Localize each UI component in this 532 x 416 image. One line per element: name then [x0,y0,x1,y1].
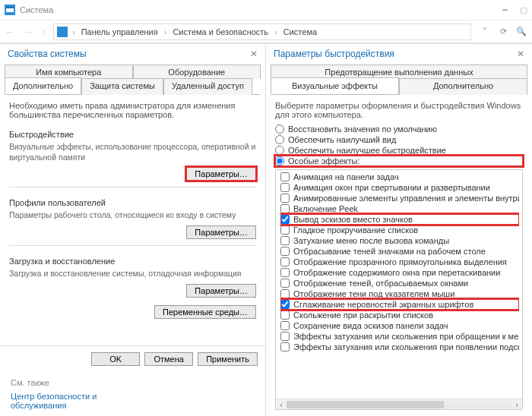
system-icon [5,5,15,15]
tab-system-protection[interactable]: Защита системы [81,78,163,95]
check-label-6: Затухание меню после вызова команды [293,236,449,245]
scroll-right-button[interactable]: › [511,400,522,409]
check-input-10[interactable] [280,279,290,288]
check-input-13[interactable] [280,310,290,320]
user-profiles-group: Профили пользователей Параметры рабочего… [9,195,256,241]
check-input-6[interactable] [280,236,290,245]
visual-effects-list-scroll[interactable]: Анимация на панели задачАнимация окон пр… [280,172,519,408]
check-row-6[interactable]: Затухание меню после вызова команды [280,235,519,246]
check-row-13[interactable]: Скольжение при раскрытии списков [280,310,519,320]
radio-label-2: Обеспечить наилучшее быстродействие [288,146,446,155]
check-input-9[interactable] [280,268,290,277]
check-input-8[interactable] [280,257,290,266]
check-row-14[interactable]: Сохранение вида эскизов панели задач [280,320,519,331]
tab-advanced[interactable]: Дополнительно [5,77,81,94]
cancel-button[interactable]: Отмена [144,352,193,366]
close-button-right[interactable]: ✕ [517,49,524,59]
window-title: Система [20,5,53,14]
user-profiles-settings-button[interactable]: Параметры… [186,225,256,239]
check-row-12[interactable]: Сглаживание неровностей экранных шрифтов [280,299,519,310]
refresh-button[interactable]: ⟳ [497,27,509,36]
check-input-14[interactable] [280,321,290,330]
forward-button[interactable]: → [23,26,33,38]
radio-input-2[interactable] [275,146,284,155]
maximize-button[interactable]: ▢ [520,5,527,15]
performance-settings-button[interactable]: Параметры… [186,167,256,181]
check-label-13: Скольжение при раскрытии списков [293,310,433,320]
check-input-16[interactable] [280,342,290,351]
radio-3[interactable]: Особые эффекты: [275,156,523,166]
apply-button[interactable]: Применить [198,352,258,366]
check-row-3[interactable]: Включение Peek [280,203,519,214]
tab-remote[interactable]: Удаленный доступ [163,78,252,95]
check-row-2[interactable]: Анимированные элементы управления и элем… [280,193,519,203]
radio-input-1[interactable] [275,135,284,144]
check-label-1: Анимация окон при свертывании и разверты… [293,183,490,192]
admin-rights-note: Необходимо иметь права администратора дл… [9,101,256,119]
visual-effects-radio-group: Восстановить значения по умолчаниюОбеспе… [275,124,523,166]
startup-recovery-settings-button[interactable]: Параметры… [186,284,256,298]
crumb-system[interactable]: Система [282,27,318,36]
search-button[interactable]: 🔍 [515,27,527,36]
check-input-1[interactable] [280,183,290,192]
check-label-3: Включение Peek [293,204,358,213]
check-input-3[interactable] [280,204,290,213]
check-label-12: Сглаживание неровностей экранных шрифтов [293,300,473,309]
close-button-left[interactable]: ✕ [250,49,258,59]
tab-visual-effects[interactable]: Визуальные эффекты [271,77,399,94]
crumb-control-panel[interactable]: Панель управления [80,27,160,36]
check-label-5: Гладкое прокручивание списков [293,225,418,235]
check-row-5[interactable]: Гладкое прокручивание списков [280,225,519,235]
history-dropdown[interactable]: ˅ [479,27,491,36]
performance-options-dialog: Параметры быстродействия ✕ Предотвращени… [266,43,532,416]
breadcrumb[interactable]: › Панель управления › Система и безопасн… [53,24,471,40]
radio-label-0: Восстановить значения по умолчанию [288,124,437,134]
check-input-0[interactable] [280,172,290,181]
radio-input-0[interactable] [275,124,284,134]
radio-0[interactable]: Восстановить значения по умолчанию [275,124,523,134]
window-titlebar: Система ━ ▢ [0,0,532,20]
back-button[interactable]: ← [5,26,15,38]
check-input-5[interactable] [280,225,290,235]
radio-input-3[interactable] [275,156,284,165]
check-input-7[interactable] [280,247,290,256]
check-row-9[interactable]: Отображение содержимого окна при перетас… [280,267,519,278]
radio-1[interactable]: Обеспечить наилучший вид [275,134,523,145]
check-input-12[interactable] [280,300,290,309]
visual-effects-list: Анимация на панели задачАнимация окон пр… [275,169,523,410]
check-input-2[interactable] [280,194,290,203]
check-input-11[interactable] [280,289,290,298]
scroll-left-button[interactable]: ‹ [276,400,287,409]
user-profiles-title: Профили пользователей [9,198,256,207]
check-row-1[interactable]: Анимация окон при свертывании и разверты… [280,182,519,193]
startup-recovery-group: Загрузка и восстановление Загрузка и вос… [9,254,256,299]
check-row-7[interactable]: Отбрасывание теней значками на рабочем с… [280,246,519,257]
environment-variables-button[interactable]: Переменные среды… [154,305,256,319]
minimize-button[interactable]: ━ [502,5,508,15]
crumb-system-security[interactable]: Система и безопасность [171,27,270,36]
check-input-15[interactable] [280,332,290,341]
check-label-8: Отображение прозрачного прямоугольника в… [293,257,507,266]
check-row-0[interactable]: Анимация на панели задач [280,172,519,182]
visual-effects-intro: Выберите параметры оформления и быстроде… [275,101,523,119]
check-row-8[interactable]: Отображение прозрачного прямоугольника в… [280,257,519,267]
check-label-9: Отображение содержимого окна при перетас… [293,268,500,277]
dialog-footer-left: OK Отмена Применить [0,345,265,372]
check-input-4[interactable] [280,215,290,224]
radio-label-1: Обеспечить наилучший вид [288,135,396,144]
pane-title-left: Свойства системы [8,49,87,59]
check-row-10[interactable]: Отображение теней, отбрасываемых окнами [280,278,519,288]
security-center-link[interactable]: Центр безопасности и обслуживания [11,392,117,410]
ok-button[interactable]: OK [91,352,140,366]
check-row-16[interactable]: Эффекты затухания или скольжения при поя… [280,342,519,352]
check-row-4[interactable]: Вывод эскизов вместо значков [280,214,519,225]
check-row-15[interactable]: Эффекты затухания или скольжения при обр… [280,331,519,342]
up-button[interactable]: ↑ [41,27,46,37]
radio-2[interactable]: Обеспечить наилучшее быстродействие [275,145,523,156]
check-row-11[interactable]: Отображение тени под указателем мыши [280,288,519,299]
performance-group: Быстродействие Визуальные эффекты, испол… [9,127,256,182]
tab-hardware[interactable]: Оборудование [133,65,261,79]
tab-advanced-right[interactable]: Дополнительно [399,78,527,95]
scroll-thumb[interactable] [287,401,444,408]
horizontal-scrollbar[interactable]: ‹ › [276,399,522,409]
